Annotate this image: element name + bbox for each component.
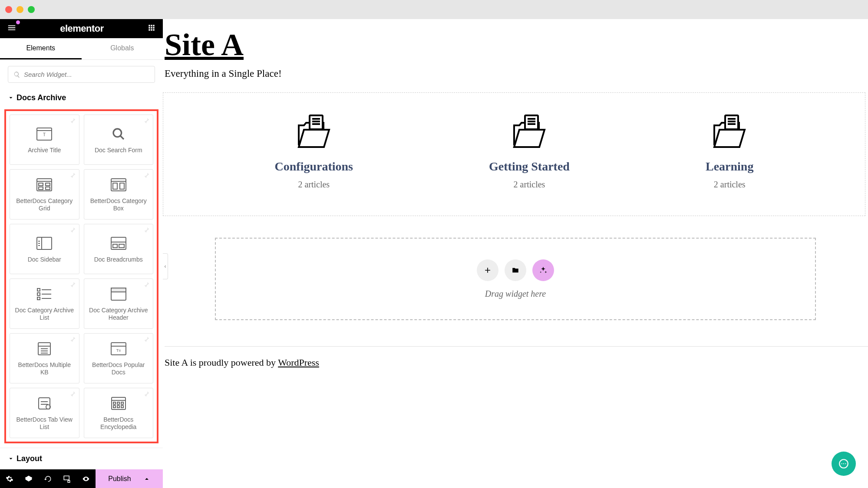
- category-item[interactable]: Getting Started 2 articles: [489, 110, 570, 190]
- chat-fab[interactable]: [832, 452, 856, 476]
- breadcrumbs-icon: [110, 235, 127, 252]
- preview-button[interactable]: [76, 469, 96, 488]
- section-label: Docs Archive: [17, 93, 66, 102]
- publish-button[interactable]: Publish: [96, 469, 163, 488]
- widget-multiple-kb[interactable]: BetterDocs Multiple KB: [10, 333, 79, 383]
- search-widget-box: [8, 66, 155, 83]
- add-section-button[interactable]: [477, 259, 498, 281]
- widget-encyclopedia[interactable]: BetterDocs Encyclopedia: [84, 388, 154, 438]
- maximize-window[interactable]: [28, 6, 35, 13]
- pin-icon: [69, 227, 76, 234]
- svg-rect-46: [113, 402, 116, 404]
- category-item[interactable]: Learning 2 articles: [706, 110, 753, 190]
- history-button[interactable]: [38, 469, 57, 488]
- chevron-down-icon: [8, 456, 14, 462]
- settings-button[interactable]: [0, 469, 19, 488]
- pin-icon: [69, 118, 76, 124]
- chat-icon: [838, 458, 849, 469]
- svg-text:T≡: T≡: [116, 348, 121, 353]
- widget-label: BetterDocs Category Box: [88, 197, 150, 213]
- menu-icon[interactable]: [7, 23, 17, 34]
- pin-icon: [143, 282, 150, 288]
- pin-icon: [69, 336, 76, 343]
- tab-globals[interactable]: Globals: [82, 38, 163, 59]
- widget-tab-view-list[interactable]: BetterDocs Tab View List: [10, 388, 79, 438]
- categories-widget[interactable]: Configurations 2 articles Getting Starte…: [163, 92, 865, 216]
- widget-popular-docs[interactable]: T≡ BetterDocs Popular Docs: [84, 333, 154, 383]
- svg-rect-7: [39, 183, 43, 186]
- widget-doc-search-form[interactable]: Doc Search Form: [84, 115, 154, 165]
- widget-label: BetterDocs Category Grid: [13, 197, 76, 213]
- publish-label: Publish: [108, 475, 131, 483]
- section-docs-archive[interactable]: Docs Archive: [0, 89, 163, 107]
- widget-archive-title[interactable]: T Archive Title: [10, 115, 79, 165]
- sparkle-icon: [539, 266, 548, 275]
- footer-text: Site A is proudly powered by: [165, 357, 278, 368]
- plus-icon: [483, 266, 492, 275]
- category-count: 2 articles: [514, 180, 545, 190]
- widget-label: BetterDocs Tab View List: [13, 416, 76, 431]
- minimize-window[interactable]: [17, 6, 23, 13]
- responsive-button[interactable]: [57, 469, 76, 488]
- svg-point-65: [842, 463, 842, 464]
- pin-icon: [143, 172, 150, 179]
- title-icon: T: [36, 126, 53, 142]
- svg-rect-26: [37, 293, 40, 295]
- svg-rect-48: [121, 402, 123, 404]
- folder-docs-icon: [708, 110, 751, 154]
- pin-icon: [143, 118, 150, 124]
- svg-rect-47: [117, 402, 119, 404]
- close-window[interactable]: [5, 6, 12, 13]
- box-icon: [110, 177, 127, 193]
- svg-rect-50: [117, 406, 119, 408]
- widget-doc-breadcrumbs[interactable]: Doc Breadcrumbs: [84, 224, 154, 274]
- svg-rect-40: [39, 398, 50, 409]
- folder-icon: [512, 266, 519, 274]
- svg-rect-10: [46, 187, 50, 190]
- window-chrome: [0, 0, 868, 19]
- site-footer: Site A is proudly powered by WordPress: [165, 346, 868, 368]
- footer-link[interactable]: WordPress: [278, 357, 319, 368]
- chevron-up-icon: [143, 475, 150, 482]
- magnify-icon: [110, 126, 127, 142]
- widget-dropzone[interactable]: Drag widget here: [215, 238, 816, 320]
- widget-label: BetterDocs Multiple KB: [13, 361, 76, 377]
- svg-rect-31: [111, 288, 126, 292]
- panel-title: elementor: [60, 23, 104, 34]
- encyclopedia-icon: [110, 395, 127, 412]
- category-count: 2 articles: [714, 180, 746, 190]
- widget-category-box[interactable]: BetterDocs Category Box: [84, 169, 154, 219]
- folder-docs-icon: [292, 110, 336, 154]
- panel-tabs: Elements Globals: [0, 38, 163, 60]
- editor-canvas: Site A Everything in a Single Place! Con…: [163, 19, 868, 488]
- widget-label: Archive Title: [28, 147, 61, 154]
- elementor-panel: elementor Elements Globals Docs Archive: [0, 19, 163, 488]
- category-count: 2 articles: [298, 180, 330, 190]
- site-title[interactable]: Site A: [165, 27, 868, 63]
- header-icon: [110, 286, 127, 302]
- svg-point-67: [845, 463, 846, 464]
- search-widget-input[interactable]: [24, 71, 149, 78]
- svg-line-4: [120, 136, 124, 139]
- navigator-button[interactable]: [19, 469, 38, 488]
- template-library-button[interactable]: [505, 259, 526, 281]
- svg-rect-9: [39, 187, 43, 190]
- ai-button[interactable]: [532, 259, 554, 281]
- grid-icon: [36, 177, 53, 193]
- widget-category-grid[interactable]: BetterDocs Category Grid: [10, 169, 79, 219]
- list-icon: [36, 286, 53, 302]
- widget-doc-sidebar[interactable]: Doc Sidebar: [10, 224, 79, 274]
- category-item[interactable]: Configurations 2 articles: [275, 110, 353, 190]
- pin-icon: [143, 227, 150, 234]
- tab-elements[interactable]: Elements: [0, 38, 82, 59]
- popular-icon: T≡: [110, 341, 127, 357]
- search-icon: [13, 71, 20, 78]
- widget-category-archive-list[interactable]: Doc Category Archive List: [10, 278, 79, 329]
- apps-icon[interactable]: [147, 23, 156, 34]
- section-layout[interactable]: Layout: [0, 448, 163, 469]
- svg-point-66: [843, 463, 844, 464]
- notification-dot: [16, 20, 20, 24]
- category-title: Learning: [706, 160, 753, 174]
- widget-category-archive-header[interactable]: Doc Category Archive Header: [84, 278, 154, 329]
- svg-point-3: [113, 129, 122, 137]
